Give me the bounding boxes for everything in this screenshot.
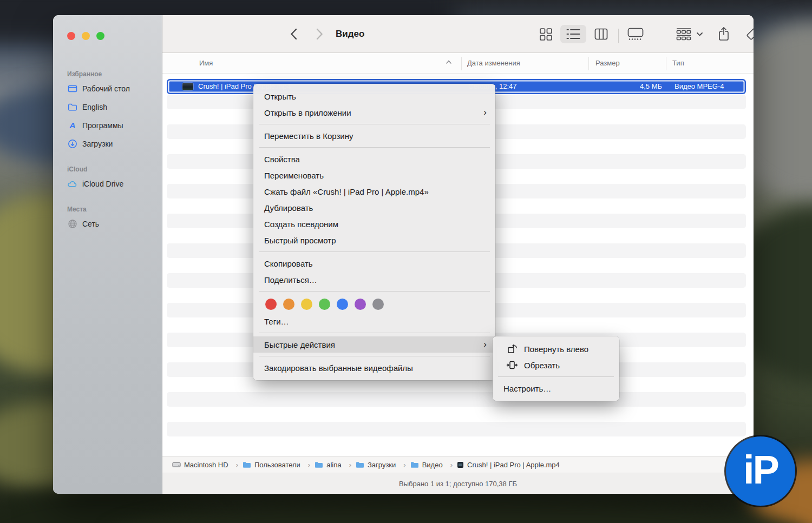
sidebar-item-downloads[interactable]: Загрузки xyxy=(63,135,158,153)
menu-item-duplicate[interactable]: Дублировать xyxy=(253,200,495,216)
tag-color-row xyxy=(253,295,495,313)
menu-divider xyxy=(259,356,490,356)
chevron-down-icon[interactable] xyxy=(695,15,704,53)
sidebar-section-icloud: iCloud xyxy=(67,165,162,173)
menu-item-quick-look[interactable]: Быстрый просмотр xyxy=(253,232,495,248)
tag-purple[interactable] xyxy=(355,299,366,310)
submenu-item-rotate-left[interactable]: Повернуть влево xyxy=(493,341,619,357)
window-title: Видео xyxy=(336,15,364,53)
sidebar: Избранное Рабочий стол English A Програм… xyxy=(53,15,162,494)
menu-divider xyxy=(259,333,490,333)
menu-item-quick-actions[interactable]: Быстрые действия › xyxy=(253,336,495,353)
sidebar-item-applications[interactable]: A Программы xyxy=(63,117,158,134)
breadcrumb-users[interactable]: Пользователи xyxy=(243,461,315,469)
icloud-icon xyxy=(67,179,77,189)
tag-green[interactable] xyxy=(319,299,330,310)
tag-icon[interactable] xyxy=(744,15,754,53)
sidebar-section-favorites: Избранное xyxy=(67,70,162,78)
sidebar-item-desktop[interactable]: Рабочий стол xyxy=(63,80,158,97)
tag-gray[interactable] xyxy=(372,299,384,310)
status-text: Выбрано 1 из 1; доступно 170,38 ГБ xyxy=(399,480,517,488)
column-divider[interactable] xyxy=(588,57,589,70)
column-header-name[interactable]: Имя xyxy=(199,59,213,67)
submenu-arrow-icon: › xyxy=(483,339,487,350)
menu-divider xyxy=(259,147,490,148)
menu-item-copy[interactable]: Скопировать xyxy=(253,255,495,272)
tag-orange[interactable] xyxy=(283,299,294,310)
window-controls xyxy=(67,32,104,40)
menu-divider xyxy=(259,291,490,292)
folder-icon xyxy=(67,102,77,112)
sidebar-item-label: Рабочий стол xyxy=(82,84,130,93)
menu-item-compress[interactable]: Сжать файл «Crush! | iPad Pro | Apple.mp… xyxy=(253,183,495,200)
menu-item-move-to-trash[interactable]: Переместить в Корзину xyxy=(253,128,495,144)
menu-divider xyxy=(498,376,614,377)
submenu-item-customize[interactable]: Настроить… xyxy=(493,380,619,396)
tag-red[interactable] xyxy=(265,299,277,310)
breadcrumb-file[interactable]: Crush! | iPad Pro | Apple.mp4 xyxy=(457,461,560,469)
column-header-size[interactable]: Размер xyxy=(595,59,620,67)
finder-window: Избранное Рабочий стол English A Програм… xyxy=(53,15,754,494)
menu-item-open-with[interactable]: Открыть в приложении › xyxy=(253,104,495,121)
list-column-header: Имя Дата изменения Размер Тип xyxy=(162,54,754,74)
gallery-view-icon[interactable] xyxy=(626,15,645,53)
quick-actions-submenu: Повернуть влево Обрезать Настроить… xyxy=(493,336,619,401)
applications-icon: A xyxy=(67,121,77,131)
column-divider[interactable] xyxy=(666,57,666,70)
column-header-date[interactable]: Дата изменения xyxy=(467,59,520,67)
sidebar-item-label: Сеть xyxy=(82,220,99,228)
forward-button[interactable] xyxy=(312,15,327,53)
menu-divider xyxy=(259,251,490,252)
rotate-left-icon xyxy=(506,343,519,354)
menu-item-get-info[interactable]: Свойства xyxy=(253,151,495,167)
menu-item-open[interactable]: Открыть xyxy=(253,88,495,104)
group-by-icon[interactable] xyxy=(675,15,693,53)
tag-yellow[interactable] xyxy=(301,299,312,310)
breadcrumb-downloads[interactable]: Загрузки xyxy=(356,461,410,469)
context-menu: Открыть Открыть в приложении › Перемести… xyxy=(253,84,495,380)
submenu-item-trim[interactable]: Обрезать xyxy=(493,357,619,373)
menu-item-share[interactable]: Поделиться… xyxy=(253,272,495,288)
sidebar-item-label: Программы xyxy=(82,121,123,130)
close-button[interactable] xyxy=(67,32,75,40)
sidebar-item-network[interactable]: Сеть xyxy=(63,215,158,233)
tag-blue[interactable] xyxy=(337,299,348,310)
breadcrumb-home[interactable]: alina xyxy=(315,461,356,469)
sidebar-item-icloud-drive[interactable]: iCloud Drive xyxy=(63,175,158,193)
watermark-text: iP xyxy=(743,447,778,493)
desktop-icon xyxy=(67,84,77,94)
iphones-ru-watermark-logo: iP xyxy=(726,436,795,506)
file-type: Видео MPEG-4 xyxy=(675,82,724,90)
sidebar-item-label: English xyxy=(82,103,107,111)
menu-item-rename[interactable]: Переименовать xyxy=(253,167,495,183)
sidebar-section-places: Места xyxy=(67,206,162,213)
share-icon[interactable] xyxy=(716,15,732,53)
zoom-button[interactable] xyxy=(96,32,104,40)
submenu-arrow-icon: › xyxy=(483,107,487,118)
toolbar-divider xyxy=(618,29,619,43)
downloads-icon xyxy=(67,139,77,149)
sidebar-item-label: iCloud Drive xyxy=(82,180,123,188)
menu-item-encode-videos[interactable]: Закодировать выбранные видеофайлы xyxy=(253,360,495,376)
toolbar: Видео xyxy=(162,15,754,53)
minimize-button[interactable] xyxy=(82,32,90,40)
menu-item-tags[interactable]: Теги… xyxy=(253,313,495,329)
list-view-icon[interactable] xyxy=(560,15,586,53)
grid-view-icon[interactable] xyxy=(537,15,554,53)
list-row-stripe xyxy=(167,422,746,436)
sidebar-item-english[interactable]: English xyxy=(63,98,158,116)
file-size: 4,5 МБ xyxy=(640,82,662,90)
svg-text:A: A xyxy=(69,121,75,130)
breadcrumb-video[interactable]: Видео xyxy=(410,461,457,469)
column-header-type[interactable]: Тип xyxy=(672,59,684,67)
back-button[interactable] xyxy=(286,15,301,53)
column-view-icon[interactable] xyxy=(592,15,610,53)
trim-icon xyxy=(506,360,519,370)
breadcrumb-macintosh-hd[interactable]: Macintosh HD xyxy=(172,461,243,469)
column-divider[interactable] xyxy=(461,57,462,70)
network-icon xyxy=(67,219,77,229)
video-file-thumbnail xyxy=(182,83,193,90)
status-bar: Выбрано 1 из 1; доступно 170,38 ГБ xyxy=(162,473,754,494)
menu-item-make-alias[interactable]: Создать псевдоним xyxy=(253,216,495,232)
sort-ascending-icon xyxy=(446,60,451,64)
